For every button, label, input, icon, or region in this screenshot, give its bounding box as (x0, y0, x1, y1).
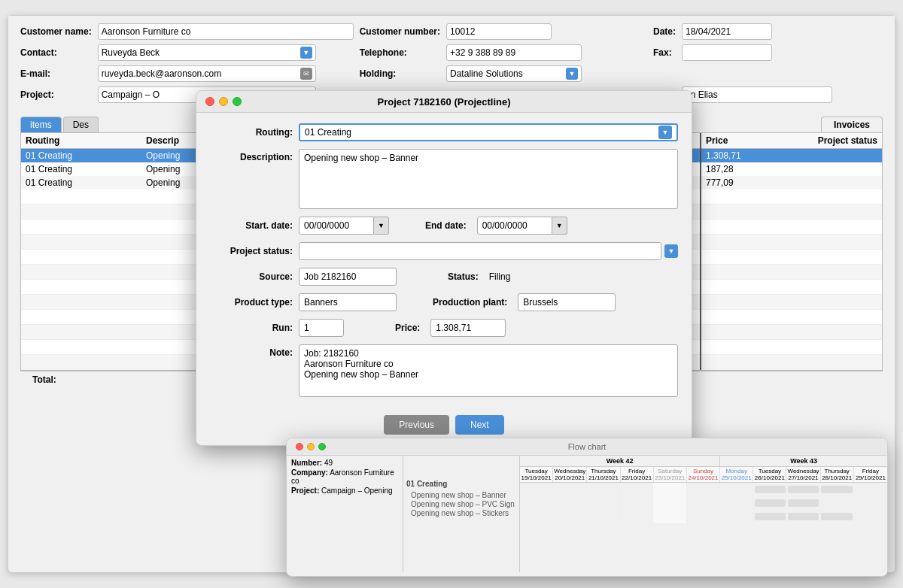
tab-invoices[interactable]: Invoices (821, 117, 883, 132)
end-date-input[interactable] (477, 217, 552, 235)
email-input[interactable]: ruveyda.beck@aaronson.com ✉ (98, 65, 316, 82)
week42-header: Week 42 (520, 456, 720, 467)
grid-cell (653, 483, 686, 496)
telephone-input[interactable]: +32 9 388 89 89 (446, 44, 582, 61)
right-table-row-empty (701, 325, 882, 340)
fc-number-value: 49 (324, 459, 333, 467)
tab-items[interactable]: items (20, 117, 62, 132)
grid-cell (587, 496, 620, 510)
holding-input[interactable]: Dataline Solutions ▼ (446, 65, 582, 82)
grid-cell (854, 483, 887, 496)
description-textarea[interactable]: Opening new shop – Banner (299, 149, 678, 209)
total-label: Total: (32, 374, 56, 385)
right-table-header: Price Project status (701, 133, 882, 149)
note-textarea[interactable]: Job: 2182160 Aaronson Furniture co Openi… (299, 344, 678, 397)
routing-label: Routing: (210, 127, 293, 138)
start-date-input[interactable] (299, 217, 374, 235)
day-tue2: Tuesday26/10/2021 (753, 467, 786, 482)
day-fri: Friday22/10/2021 (621, 467, 654, 482)
run-row: Run: Price: (210, 319, 678, 337)
fc-project-label: Project: (291, 486, 319, 495)
contact-input[interactable]: Ruveyda Beck ▼ (98, 44, 316, 61)
grid-cell (620, 510, 653, 523)
day-thu2: Thursday28/10/2021 (821, 467, 854, 482)
grid-cell (720, 483, 753, 496)
fc-project-row: Project: Campaign – Opening (291, 486, 398, 495)
project-status-field: ▼ (299, 242, 678, 260)
status-label: Status: (448, 271, 479, 282)
date-input[interactable]: 18/04/2021 (682, 23, 772, 40)
product-type-row: Product type: Production plant: (210, 293, 678, 311)
right-table-row-empty (701, 280, 882, 295)
end-date-field: ▼ (477, 217, 567, 235)
right-table-row-empty (701, 310, 882, 325)
status-col-header: Project status (818, 135, 877, 146)
start-date-picker[interactable]: ▼ (374, 217, 389, 235)
grid-cell (854, 510, 887, 523)
grid-cell (520, 510, 553, 523)
holding-dropdown-icon[interactable]: ▼ (566, 68, 578, 80)
price-label: Price: (395, 323, 420, 333)
week43-header: Week 43 (720, 456, 887, 467)
grid-cell (820, 483, 853, 496)
tab-desc[interactable]: Des (63, 117, 99, 132)
customer-name-input[interactable]: Aaronson Furniture co (98, 23, 354, 40)
start-date-field: ▼ (299, 217, 389, 235)
grid-cell (587, 510, 620, 523)
email-icon: ✉ (300, 68, 312, 80)
source-input[interactable] (299, 268, 397, 286)
right-table-row-empty (701, 265, 882, 280)
note-label: Note: (210, 344, 293, 358)
source-label: Source: (210, 271, 293, 282)
grid-cell (754, 483, 787, 496)
fax-label: Fax: (653, 47, 676, 58)
fc-task-item: Opening new shop – Banner (406, 491, 516, 499)
flowchart-titlebar: Flow chart (287, 438, 887, 456)
project-status-dropdown-icon[interactable]: ▼ (664, 244, 678, 258)
fc-project-value: Campaign – Opening (321, 486, 393, 495)
price-input[interactable] (430, 319, 506, 337)
contact-right-input[interactable]: an Elias (682, 86, 832, 103)
production-plant-input[interactable] (518, 293, 616, 311)
contact-dropdown-icon[interactable]: ▼ (300, 47, 312, 59)
grid-cell (787, 510, 820, 523)
right-table-row: 187,28 (701, 162, 882, 176)
right-table-row-empty (701, 340, 882, 355)
start-date-label: Start. date: (210, 220, 293, 231)
customer-name-label: Customer name: (20, 26, 92, 37)
routing-select[interactable]: 01 Creating ▼ (299, 123, 678, 141)
description-row: Description: Opening new shop – Banner (210, 149, 678, 209)
date-row: Start. date: ▼ End date: ▼ (210, 217, 678, 235)
day-thu: Thursday21/10/2021 (587, 467, 620, 482)
grid-cell (820, 510, 853, 523)
right-table-row: 777,09 (701, 176, 882, 189)
day-mon: Monday25/10/2021 (720, 467, 753, 482)
modal-buttons: Previous Next (210, 408, 678, 435)
product-type-input[interactable] (299, 293, 397, 311)
contact-label: Contact: (20, 47, 92, 58)
grid-cell (687, 483, 720, 496)
grid-cell (820, 496, 853, 510)
project-status-input[interactable] (299, 242, 661, 260)
grid-cell (620, 496, 653, 510)
modal-body: Routing: 01 Creating ▼ Description: Open… (196, 113, 692, 445)
grid-cell (553, 496, 586, 510)
grid-cell (520, 483, 553, 496)
routing-dropdown-icon[interactable]: ▼ (658, 126, 672, 139)
right-table-row-empty (701, 355, 882, 370)
fc-task-item: Opening new shop – Stickers (406, 509, 516, 517)
run-input[interactable] (299, 319, 344, 337)
flowchart-window: Flow chart Number: 49 Company: Aaronson … (286, 438, 888, 577)
previous-button[interactable]: Previous (384, 415, 449, 435)
day-wed: Wednesday20/10/2021 (553, 467, 587, 482)
project-status-label: Project status: (210, 246, 293, 256)
day-fri2: Friday29/10/2021 (854, 467, 887, 482)
fax-input[interactable] (682, 44, 772, 61)
day-wed2: Wednesday27/10/2021 (786, 467, 820, 482)
note-row: Note: Job: 2182160 Aaronson Furniture co… (210, 344, 678, 397)
customer-number-input[interactable]: 10012 (446, 23, 552, 40)
day-tue: Tuesday19/10/2021 (520, 467, 553, 482)
right-table-row-empty (701, 205, 882, 220)
next-button[interactable]: Next (455, 415, 504, 435)
end-date-picker[interactable]: ▼ (552, 217, 567, 235)
